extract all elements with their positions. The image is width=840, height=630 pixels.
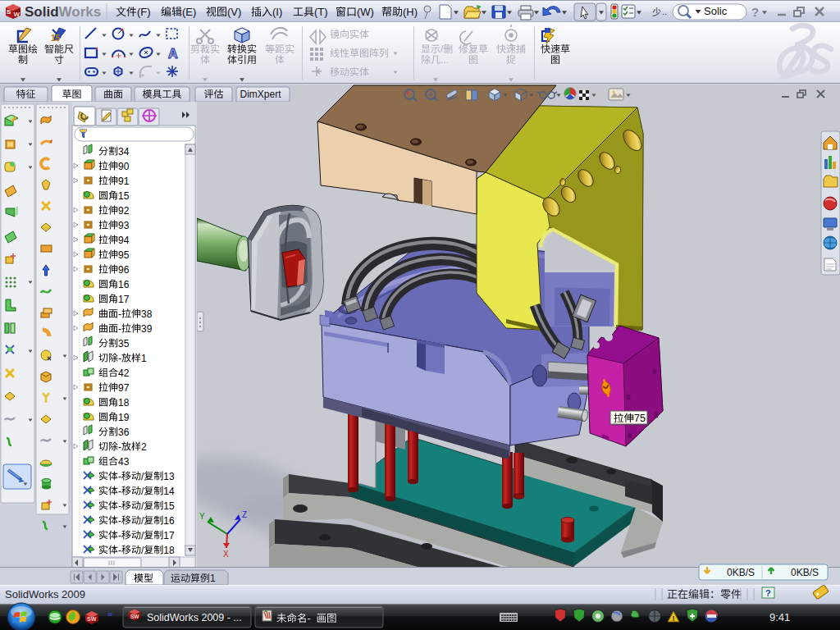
svg-text:-: - [118, 500, 121, 512]
svg-text:9:41: 9:41 [769, 611, 790, 623]
svg-text:-: - [118, 471, 121, 482]
svg-text:15: 15 [51, 34, 61, 43]
svg-text:W: W [14, 11, 21, 18]
svg-text:?: ? [751, 5, 759, 19]
svg-text:-: - [308, 613, 311, 624]
svg-text:-: - [118, 323, 121, 335]
svg-text:1: 1 [210, 573, 216, 584]
svg-text:(V): (V) [227, 6, 241, 18]
svg-text:96: 96 [118, 264, 130, 276]
svg-text:(I): (I) [272, 6, 282, 18]
svg-text:SolidWorks 2009 - ...: SolidWorks 2009 - ... [147, 612, 242, 623]
svg-text:17: 17 [118, 294, 130, 305]
svg-text:(E): (E) [182, 6, 196, 18]
svg-text:2: 2 [141, 441, 147, 453]
svg-text:SW: SW [87, 616, 97, 622]
svg-text:-: - [118, 353, 121, 364]
svg-text:Z: Z [242, 510, 247, 519]
svg-text:1: 1 [141, 353, 147, 364]
svg-text:0KB/S: 0KB/S [727, 567, 755, 578]
svg-text:34: 34 [118, 146, 130, 158]
svg-text:(F): (F) [137, 6, 151, 18]
svg-text:18: 18 [163, 545, 175, 556]
svg-text:-: - [118, 545, 121, 556]
svg-text:18: 18 [118, 397, 130, 409]
svg-text:Y: Y [199, 512, 205, 521]
svg-text:97: 97 [118, 382, 130, 394]
svg-text:-: - [118, 530, 121, 541]
svg-text:»: » [107, 609, 112, 619]
svg-text:(W): (W) [357, 6, 374, 18]
svg-text:13: 13 [163, 471, 175, 482]
svg-text:17: 17 [163, 530, 175, 541]
svg-text:(H): (H) [403, 6, 418, 18]
svg-text:SolidWorks: SolidWorks [25, 4, 101, 20]
svg-text:90: 90 [118, 161, 130, 172]
svg-text:0KB/S: 0KB/S [791, 567, 819, 578]
svg-text:16: 16 [118, 279, 130, 290]
svg-text:92: 92 [118, 205, 130, 217]
svg-text:91: 91 [118, 176, 130, 187]
svg-text:16: 16 [163, 515, 175, 527]
svg-text:35: 35 [118, 338, 130, 349]
svg-text:39: 39 [141, 323, 153, 335]
svg-text:!: ! [673, 614, 675, 623]
svg-text:?: ? [765, 588, 771, 598]
svg-text:-: - [118, 515, 121, 527]
svg-text:19: 19 [118, 412, 130, 423]
svg-text:X: X [223, 550, 229, 559]
svg-text:14: 14 [163, 486, 175, 497]
svg-text:15: 15 [163, 500, 175, 512]
svg-text:Solic: Solic [704, 5, 728, 17]
svg-text:93: 93 [118, 220, 130, 231]
svg-text:42: 42 [118, 368, 130, 379]
svg-text:(T): (T) [314, 6, 328, 18]
svg-text:DimXpert: DimXpert [240, 89, 282, 100]
svg-text:A: A [168, 47, 178, 61]
svg-text:36: 36 [118, 427, 130, 438]
svg-text:-: - [118, 308, 121, 320]
svg-text:-: - [118, 486, 121, 497]
svg-text:95: 95 [118, 249, 130, 261]
svg-text:SolidWorks 2009: SolidWorks 2009 [5, 588, 85, 600]
svg-text:..: .. [662, 7, 667, 16]
svg-text:94: 94 [118, 235, 130, 246]
svg-text:75: 75 [634, 413, 646, 424]
svg-text:...: ... [441, 54, 449, 66]
svg-text:38: 38 [141, 308, 153, 320]
svg-text:-: - [118, 441, 121, 453]
svg-text:43: 43 [118, 456, 130, 468]
svg-text:15: 15 [118, 190, 130, 202]
svg-text:SW: SW [130, 614, 139, 619]
svg-text:少: 少 [652, 7, 661, 16]
svg-text:S: S [7, 8, 11, 16]
